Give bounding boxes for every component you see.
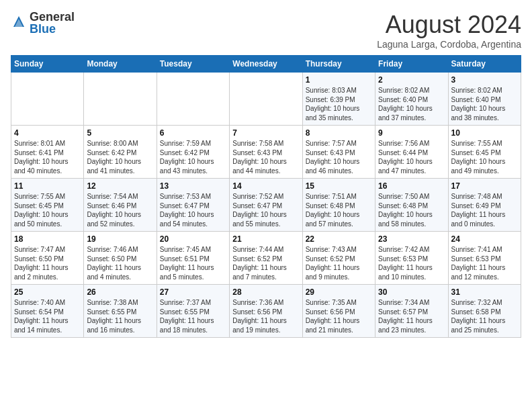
calendar-table: SundayMondayTuesdayWednesdayThursdayFrid…	[11, 55, 521, 338]
day-number: 22	[306, 234, 372, 244]
calendar-cell: 7Sunrise: 7:58 AM Sunset: 6:43 PM Daylig…	[230, 126, 302, 179]
day-number: 1	[306, 75, 372, 85]
calendar-cell: 23Sunrise: 7:42 AM Sunset: 6:53 PM Dayli…	[375, 232, 448, 285]
day-info: Sunrise: 7:37 AM Sunset: 6:55 PM Dayligh…	[160, 298, 226, 334]
day-number: 3	[451, 75, 518, 85]
day-number: 16	[378, 181, 445, 191]
calendar-cell: 24Sunrise: 7:41 AM Sunset: 6:53 PM Dayli…	[448, 232, 521, 285]
day-number: 30	[378, 287, 445, 297]
day-info: Sunrise: 8:03 AM Sunset: 6:39 PM Dayligh…	[306, 86, 372, 122]
day-info: Sunrise: 7:57 AM Sunset: 6:43 PM Dayligh…	[306, 139, 372, 175]
day-number: 29	[306, 287, 372, 297]
day-number: 19	[87, 234, 153, 244]
calendar-cell: 15Sunrise: 7:51 AM Sunset: 6:48 PM Dayli…	[302, 179, 375, 232]
day-number: 26	[87, 287, 153, 297]
day-number: 27	[160, 287, 226, 297]
calendar-cell: 26Sunrise: 7:38 AM Sunset: 6:55 PM Dayli…	[84, 285, 157, 338]
week-row-4: 18Sunrise: 7:47 AM Sunset: 6:50 PM Dayli…	[11, 232, 521, 285]
day-info: Sunrise: 7:42 AM Sunset: 6:53 PM Dayligh…	[378, 245, 445, 281]
day-number: 8	[306, 128, 372, 138]
day-number: 10	[451, 128, 518, 138]
day-header-sunday: Sunday	[11, 56, 84, 73]
day-number: 6	[160, 128, 226, 138]
day-info: Sunrise: 8:02 AM Sunset: 6:40 PM Dayligh…	[378, 86, 445, 122]
calendar-cell: 3Sunrise: 8:02 AM Sunset: 6:40 PM Daylig…	[448, 73, 521, 126]
calendar-cell: 18Sunrise: 7:47 AM Sunset: 6:50 PM Dayli…	[11, 232, 84, 285]
calendar-cell: 28Sunrise: 7:36 AM Sunset: 6:56 PM Dayli…	[230, 285, 302, 338]
logo: General Blue	[11, 11, 75, 35]
day-info: Sunrise: 7:59 AM Sunset: 6:42 PM Dayligh…	[160, 139, 226, 175]
calendar-cell: 25Sunrise: 7:40 AM Sunset: 6:54 PM Dayli…	[11, 285, 84, 338]
calendar-cell: 1Sunrise: 8:03 AM Sunset: 6:39 PM Daylig…	[302, 73, 375, 126]
calendar-cell: 19Sunrise: 7:46 AM Sunset: 6:50 PM Dayli…	[84, 232, 157, 285]
title-block: August 2024 Laguna Larga, Cordoba, Argen…	[377, 11, 521, 50]
calendar-cell: 11Sunrise: 7:55 AM Sunset: 6:45 PM Dayli…	[11, 179, 84, 232]
logo-text: General Blue	[30, 11, 75, 35]
day-number: 4	[14, 128, 81, 138]
month-year: August 2024	[377, 11, 521, 39]
day-number: 9	[378, 128, 445, 138]
day-info: Sunrise: 7:50 AM Sunset: 6:48 PM Dayligh…	[378, 192, 445, 228]
day-info: Sunrise: 7:53 AM Sunset: 6:47 PM Dayligh…	[160, 192, 226, 228]
day-number: 28	[232, 287, 299, 297]
calendar-cell: 12Sunrise: 7:54 AM Sunset: 6:46 PM Dayli…	[84, 179, 157, 232]
calendar-cell	[157, 73, 229, 126]
day-number: 23	[378, 234, 445, 244]
calendar-cell: 6Sunrise: 7:59 AM Sunset: 6:42 PM Daylig…	[157, 126, 229, 179]
day-header-wednesday: Wednesday	[230, 56, 302, 73]
day-number: 21	[232, 234, 299, 244]
day-number: 12	[87, 181, 153, 191]
calendar-cell: 2Sunrise: 8:02 AM Sunset: 6:40 PM Daylig…	[375, 73, 448, 126]
day-number: 7	[232, 128, 299, 138]
day-info: Sunrise: 7:38 AM Sunset: 6:55 PM Dayligh…	[87, 298, 153, 334]
calendar-cell: 8Sunrise: 7:57 AM Sunset: 6:43 PM Daylig…	[302, 126, 375, 179]
week-row-3: 11Sunrise: 7:55 AM Sunset: 6:45 PM Dayli…	[11, 179, 521, 232]
day-number: 2	[378, 75, 445, 85]
day-info: Sunrise: 7:44 AM Sunset: 6:52 PM Dayligh…	[232, 245, 299, 281]
calendar-cell: 20Sunrise: 7:45 AM Sunset: 6:51 PM Dayli…	[157, 232, 229, 285]
calendar-cell: 21Sunrise: 7:44 AM Sunset: 6:52 PM Dayli…	[230, 232, 302, 285]
week-row-5: 25Sunrise: 7:40 AM Sunset: 6:54 PM Dayli…	[11, 285, 521, 338]
day-info: Sunrise: 7:43 AM Sunset: 6:52 PM Dayligh…	[306, 245, 372, 281]
day-header-monday: Monday	[84, 56, 157, 73]
day-info: Sunrise: 7:54 AM Sunset: 6:46 PM Dayligh…	[87, 192, 153, 228]
day-number: 25	[14, 287, 81, 297]
calendar-cell: 10Sunrise: 7:55 AM Sunset: 6:45 PM Dayli…	[448, 126, 521, 179]
logo-general: General	[30, 10, 75, 24]
day-info: Sunrise: 7:35 AM Sunset: 6:56 PM Dayligh…	[306, 298, 372, 334]
day-info: Sunrise: 7:36 AM Sunset: 6:56 PM Dayligh…	[232, 298, 299, 334]
day-info: Sunrise: 7:40 AM Sunset: 6:54 PM Dayligh…	[14, 298, 81, 334]
calendar-cell: 13Sunrise: 7:53 AM Sunset: 6:47 PM Dayli…	[157, 179, 229, 232]
calendar-cell	[84, 73, 157, 126]
calendar-cell: 9Sunrise: 7:56 AM Sunset: 6:44 PM Daylig…	[375, 126, 448, 179]
calendar-cell: 5Sunrise: 8:00 AM Sunset: 6:42 PM Daylig…	[84, 126, 157, 179]
day-info: Sunrise: 7:34 AM Sunset: 6:57 PM Dayligh…	[378, 298, 445, 334]
calendar-cell: 4Sunrise: 8:01 AM Sunset: 6:41 PM Daylig…	[11, 126, 84, 179]
day-number: 11	[14, 181, 81, 191]
days-header-row: SundayMondayTuesdayWednesdayThursdayFrid…	[11, 56, 521, 73]
day-header-saturday: Saturday	[448, 56, 521, 73]
calendar-cell	[230, 73, 302, 126]
day-info: Sunrise: 8:02 AM Sunset: 6:40 PM Dayligh…	[451, 86, 518, 122]
day-info: Sunrise: 7:52 AM Sunset: 6:47 PM Dayligh…	[232, 192, 299, 228]
day-number: 13	[160, 181, 226, 191]
day-info: Sunrise: 7:56 AM Sunset: 6:44 PM Dayligh…	[378, 139, 445, 175]
day-number: 5	[87, 128, 153, 138]
day-info: Sunrise: 7:45 AM Sunset: 6:51 PM Dayligh…	[160, 245, 226, 281]
calendar-cell: 14Sunrise: 7:52 AM Sunset: 6:47 PM Dayli…	[230, 179, 302, 232]
day-number: 20	[160, 234, 226, 244]
day-header-thursday: Thursday	[302, 56, 375, 73]
day-info: Sunrise: 8:00 AM Sunset: 6:42 PM Dayligh…	[87, 139, 153, 175]
day-info: Sunrise: 7:55 AM Sunset: 6:45 PM Dayligh…	[451, 139, 518, 175]
calendar-cell: 30Sunrise: 7:34 AM Sunset: 6:57 PM Dayli…	[375, 285, 448, 338]
location: Laguna Larga, Cordoba, Argentina	[377, 39, 521, 50]
day-info: Sunrise: 7:51 AM Sunset: 6:48 PM Dayligh…	[306, 192, 372, 228]
day-number: 17	[451, 181, 518, 191]
day-header-tuesday: Tuesday	[157, 56, 229, 73]
day-info: Sunrise: 7:47 AM Sunset: 6:50 PM Dayligh…	[14, 245, 81, 281]
day-info: Sunrise: 7:41 AM Sunset: 6:53 PM Dayligh…	[451, 245, 518, 281]
calendar-cell: 31Sunrise: 7:32 AM Sunset: 6:58 PM Dayli…	[448, 285, 521, 338]
day-number: 15	[306, 181, 372, 191]
day-info: Sunrise: 7:48 AM Sunset: 6:49 PM Dayligh…	[451, 192, 518, 228]
week-row-2: 4Sunrise: 8:01 AM Sunset: 6:41 PM Daylig…	[11, 126, 521, 179]
